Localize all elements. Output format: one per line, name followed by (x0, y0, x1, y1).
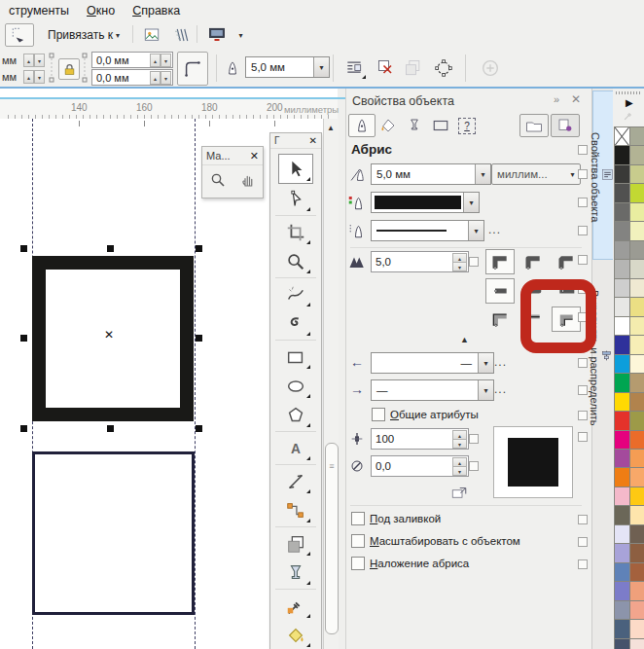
outline-width-combo[interactable]: 5,0 мм ▾ (245, 56, 330, 78)
tab-wrap-summary[interactable] (551, 114, 580, 137)
palette-swatch[interactable] (614, 240, 630, 260)
selection-handle-nw[interactable] (20, 245, 27, 252)
palette-swatch[interactable] (629, 202, 644, 222)
scale-with-object-checkbox[interactable] (351, 534, 365, 548)
spin-up-button[interactable]: ▴ (23, 70, 34, 84)
tab-summary[interactable]: ? (453, 114, 481, 137)
overprint-indicator-checkbox[interactable] (578, 559, 588, 569)
shared-attributes-checkbox[interactable] (372, 408, 385, 421)
stretch-indicator-checkbox[interactable] (469, 434, 479, 444)
palette-swatch[interactable] (629, 335, 644, 354)
palette-swatch[interactable] (614, 221, 630, 240)
stretch-field[interactable]: 100 ▴ ▾ (371, 428, 469, 450)
tab-folder[interactable] (519, 114, 549, 137)
palette-swatch[interactable] (629, 164, 644, 184)
menu-item-help[interactable]: Справка (124, 2, 189, 19)
end-arrowhead-combo[interactable]: — ▾ (371, 379, 494, 401)
selection-handle-w[interactable] (20, 335, 27, 342)
palette-swatch[interactable] (614, 638, 630, 649)
spin-down-button[interactable]: ▾ (34, 70, 45, 84)
collapse-section-button[interactable]: ▲ (460, 335, 469, 344)
selection-handle-sw[interactable] (20, 425, 27, 432)
palette-swatch[interactable] (629, 467, 644, 487)
outline-units-combo[interactable]: миллим... ▾ (491, 163, 581, 185)
palette-swatch[interactable] (614, 183, 630, 202)
palette-swatch[interactable] (629, 240, 644, 260)
object-center-mark[interactable]: ✕ (104, 328, 114, 342)
start-arrowhead-settings-button[interactable]: ... (494, 355, 507, 369)
chevron-down-icon[interactable]: ▾ (478, 353, 493, 373)
color-indicator-checkbox[interactable] (578, 198, 588, 207)
spin-down-button[interactable]: ▾ (161, 54, 171, 67)
outline-color-combo[interactable]: ▾ (371, 192, 480, 213)
palette-grip[interactable] (616, 91, 641, 94)
graphics-options-button[interactable] (167, 23, 195, 47)
docker-collapse-icon[interactable]: » (554, 93, 559, 105)
corner-round-button[interactable] (519, 249, 548, 274)
spin-up-button[interactable]: ▴ (23, 54, 34, 67)
end-arrowhead-settings-button[interactable]: ... (494, 382, 507, 396)
palette-swatch[interactable] (614, 543, 630, 562)
horizontal-ruler[interactable]: 140160180200 миллиметры (0, 99, 338, 119)
palette-swatch[interactable] (629, 487, 644, 506)
palette-swatch[interactable] (629, 392, 644, 412)
section-checkbox[interactable] (578, 145, 588, 155)
corner-radius-field-2[interactable]: 0,0 мм ▴ ▾ (91, 69, 173, 86)
corner-radius-field-1[interactable]: 0,0 мм ▴ ▾ (91, 52, 173, 68)
tab-rectangle[interactable] (427, 114, 454, 137)
palette-swatch[interactable] (629, 562, 644, 582)
export-image-button[interactable] (138, 23, 165, 47)
scale-indicator-checkbox[interactable] (578, 537, 588, 547)
artistic-media-tool[interactable] (279, 309, 312, 338)
palette-swatch[interactable] (614, 202, 630, 222)
spin-down-button[interactable]: ▾ (34, 54, 45, 67)
outline-style-combo[interactable]: ▾ (371, 220, 484, 241)
zoom-tool-button[interactable] (206, 168, 230, 192)
corner-bevel-button[interactable] (552, 249, 581, 274)
tab-transparency[interactable] (401, 114, 428, 137)
palette-swatch[interactable] (629, 183, 644, 202)
spin-down-button[interactable]: ▾ (452, 262, 467, 271)
style-indicator-checkbox[interactable] (578, 226, 588, 235)
chevron-down-icon[interactable]: ▾ (475, 164, 490, 184)
behind-fill-checkbox[interactable] (351, 512, 365, 525)
palette-swatch[interactable] (629, 524, 644, 544)
shape-tool[interactable] (279, 185, 312, 213)
angle-indicator-checkbox[interactable] (469, 461, 479, 471)
spin-down-button[interactable]: ▾ (161, 71, 171, 85)
tab-fill[interactable] (375, 114, 402, 137)
polygon-tool[interactable] (279, 401, 312, 429)
dimension-tool[interactable] (279, 467, 312, 495)
cap-butt-button[interactable] (485, 278, 515, 304)
fullscreen-preview-button[interactable] (202, 23, 232, 47)
palette-swatch[interactable] (614, 278, 630, 298)
palette-swatch[interactable] (614, 354, 630, 374)
corner-radius-spinner-1[interactable]: ▴ ▾ (150, 54, 171, 66)
chevron-down-icon[interactable]: ▾ (313, 57, 329, 77)
palette-swatch[interactable] (614, 619, 630, 638)
close-icon[interactable]: ✕ (309, 135, 317, 146)
palette-swatch-none[interactable] (614, 126, 630, 146)
palette-eyedropper-button[interactable] (621, 107, 636, 123)
docker-tab-align-distribute[interactable]: Выровнять и распределить (592, 259, 613, 453)
palette-swatch[interactable] (629, 449, 644, 468)
start-arrow-indicator-checkbox[interactable] (578, 358, 588, 368)
width-spinner[interactable]: ▴ ▾ (23, 54, 45, 66)
selection-handle-se[interactable] (196, 425, 202, 432)
selection-handle-s[interactable] (107, 425, 114, 432)
pen-angle-spinner[interactable]: ▴ ▾ (452, 457, 467, 475)
palette-swatch[interactable] (629, 126, 644, 146)
palette-swatch[interactable] (629, 543, 644, 562)
chevron-down-icon[interactable]: ▾ (478, 380, 493, 400)
canvas-vertical-scrollbar[interactable]: ≡ (323, 119, 339, 649)
preview-indicator-checkbox[interactable] (578, 432, 588, 442)
palette-swatch[interactable] (629, 430, 644, 450)
palette-swatch[interactable] (614, 145, 630, 164)
drop-shadow-tool[interactable] (279, 529, 312, 558)
palette-swatch[interactable] (629, 373, 644, 392)
spin-up-button[interactable]: ▴ (150, 54, 161, 67)
palette-swatch[interactable] (614, 316, 630, 336)
wrap-text-button[interactable] (340, 55, 368, 81)
palette-swatch[interactable] (614, 335, 630, 354)
lock-ratio-button[interactable] (58, 58, 80, 80)
